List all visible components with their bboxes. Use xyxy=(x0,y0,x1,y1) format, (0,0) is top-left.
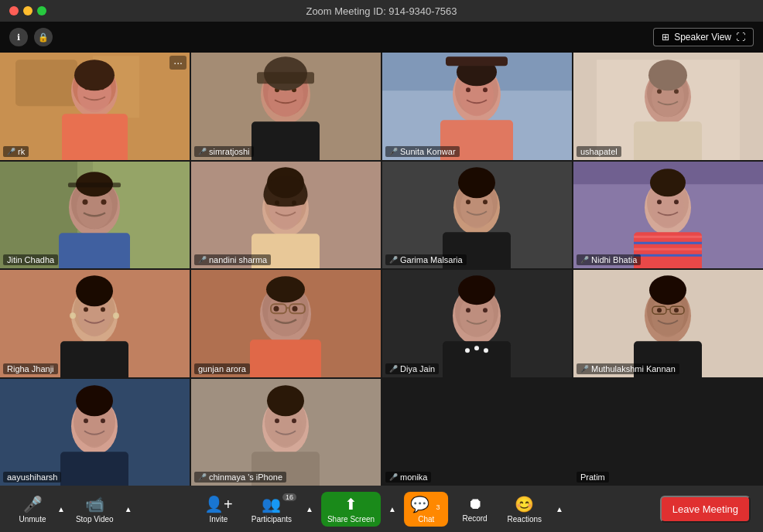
meeting-title: Zoom Meeting ID: 914-9340-7563 xyxy=(306,5,457,17)
svg-point-74 xyxy=(650,169,686,196)
chat-icon: 💬 3 xyxy=(410,495,443,513)
info-icon[interactable]: ℹ xyxy=(9,28,28,46)
svg-rect-34 xyxy=(634,121,702,159)
tile-options-rk[interactable]: ··· xyxy=(169,56,186,70)
toolbar: 🎤 Unmute ▲ 📹 Stop Video ▲ 👤+ Invite 👥 Pa… xyxy=(0,486,763,532)
participant-count-badge: 16 xyxy=(282,493,296,501)
mute-icon-simratjoshi: 🎤 xyxy=(198,148,207,155)
name-aayushi: aayushiharsh xyxy=(3,472,61,483)
mute-icon-nandini: 🎤 xyxy=(198,256,207,264)
toolbar-center: 👤+ Invite 👥 Participants 16 ▲ ⬆ Share Sc… xyxy=(198,492,565,527)
tile-monika: monika 🎤 monika xyxy=(382,379,572,486)
svg-point-64 xyxy=(483,200,488,204)
name-jitin: Jitin Chadha xyxy=(3,254,58,265)
svg-rect-44 xyxy=(59,233,130,268)
participants-button[interactable]: 👥 Participants 16 xyxy=(245,492,298,527)
tile-aayushi: aayushiharsh xyxy=(0,379,190,486)
svg-point-65 xyxy=(458,167,495,198)
svg-point-87 xyxy=(70,312,76,319)
svg-point-9 xyxy=(74,60,115,90)
svg-point-117 xyxy=(674,308,679,312)
tile-sunita: 🎤 Sunita Konwar xyxy=(382,53,572,160)
svg-point-129 xyxy=(76,385,113,416)
svg-point-108 xyxy=(465,348,470,353)
share-screen-button[interactable]: ⬆ Share Screen xyxy=(321,492,381,527)
record-button[interactable]: ⏺ Record xyxy=(455,492,495,526)
svg-point-95 xyxy=(293,306,298,312)
leave-meeting-button[interactable]: Leave Meeting xyxy=(660,496,751,523)
reactions-button[interactable]: 😊 Reactions xyxy=(501,492,548,527)
fullscreen-button[interactable] xyxy=(37,6,46,15)
reactions-label: Reactions xyxy=(508,515,542,523)
tile-nidhi: 🎤 Nidhi Bhatia xyxy=(573,162,763,269)
name-righa: Righa Jhanji xyxy=(3,363,58,374)
toolbar-left: 🎤 Unmute ▲ 📹 Stop Video ▲ xyxy=(12,492,134,527)
grid-icon: ⊞ xyxy=(662,32,669,43)
title-bar: Zoom Meeting ID: 914-9340-7563 xyxy=(0,0,763,22)
name-diya: 🎤 Diya Jain xyxy=(385,363,439,374)
svg-point-128 xyxy=(101,418,105,423)
tile-gunjan: gunjan arora xyxy=(191,270,381,377)
share-chevron[interactable]: ▲ xyxy=(387,503,398,515)
svg-point-36 xyxy=(657,89,662,94)
svg-point-86 xyxy=(76,275,113,306)
share-screen-icon: ⬆ xyxy=(344,495,358,513)
tile-simratjoshi: 🎤 simratjoshi xyxy=(191,53,381,160)
tile-pratim: Pratim Pratim xyxy=(573,379,763,486)
chat-button[interactable]: 💬 3 Chat xyxy=(404,492,449,527)
svg-point-72 xyxy=(657,200,662,204)
participants-icon: 👥 xyxy=(262,495,281,513)
svg-rect-82 xyxy=(60,341,128,377)
svg-point-136 xyxy=(292,418,296,423)
name-pratim: Pratim xyxy=(577,472,609,483)
chat-label: Chat xyxy=(418,515,434,523)
mute-icon-sunita: 🎤 xyxy=(389,148,398,155)
tile-righa: Righa Jhanji xyxy=(0,270,190,377)
name-nandini: 🎤 nandini sharma xyxy=(194,254,271,265)
svg-point-37 xyxy=(674,89,679,94)
tile-chinmaya: 🎤 chinmaya 's iPhone xyxy=(191,379,381,486)
tile-garima: 🎤 Garima Malsaria xyxy=(382,162,572,269)
mute-icon-diya: 🎤 xyxy=(389,365,398,373)
lock-icon[interactable]: 🔒 xyxy=(34,28,53,46)
svg-rect-49 xyxy=(68,182,121,187)
stop-video-label: Stop Video xyxy=(76,515,114,523)
tile-diya: 🎤 Diya Jain xyxy=(382,270,572,377)
stop-video-button[interactable]: 📹 Stop Video xyxy=(70,492,120,527)
reactions-chevron[interactable]: ▲ xyxy=(554,503,565,515)
name-muthulakshmi: 🎤 Muthulakshmi Kannan xyxy=(577,363,679,374)
top-left-icons: ℹ 🔒 xyxy=(9,28,53,46)
svg-point-46 xyxy=(83,199,88,204)
mute-icon-monika: 🎤 xyxy=(389,473,398,481)
minimize-button[interactable] xyxy=(23,6,33,15)
name-gunjan: gunjan arora xyxy=(194,363,250,374)
svg-point-105 xyxy=(466,308,470,312)
invite-button[interactable]: 👤+ Invite xyxy=(198,492,239,527)
svg-rect-14 xyxy=(251,121,320,159)
video-chevron[interactable]: ▲ xyxy=(123,503,134,515)
name-garima: 🎤 Garima Malsaria xyxy=(385,254,467,265)
svg-point-127 xyxy=(84,418,88,423)
mute-button[interactable]: 🎤 Unmute xyxy=(12,492,53,527)
svg-point-94 xyxy=(274,306,279,312)
svg-point-137 xyxy=(267,385,304,416)
mute-chevron[interactable]: ▲ xyxy=(56,503,67,515)
participants-chevron[interactable]: ▲ xyxy=(304,503,315,515)
speaker-view-label: Speaker View xyxy=(674,32,731,43)
close-button[interactable] xyxy=(9,6,19,15)
svg-point-110 xyxy=(484,348,488,353)
svg-point-63 xyxy=(466,200,470,204)
top-overlay: ℹ 🔒 ⊞ Speaker View ⛶ xyxy=(0,22,763,53)
share-screen-label: Share Screen xyxy=(327,515,375,523)
mute-label: Unmute xyxy=(19,515,46,523)
speaker-view-button[interactable]: ⊞ Speaker View ⛶ xyxy=(653,28,754,46)
reactions-icon: 😊 xyxy=(515,495,534,513)
toolbar-right: Leave Meeting xyxy=(660,496,751,523)
mute-icon-garima: 🎤 xyxy=(389,256,398,264)
participants-label: Participants xyxy=(251,515,292,523)
video-grid: ··· 🎤 rk 🎤 simratjoshi xyxy=(0,53,763,486)
tile-muthulakshmi: 🎤 Muthulakshmi Kannan xyxy=(573,270,763,377)
svg-rect-29 xyxy=(446,56,508,66)
video-icon: 📹 xyxy=(85,495,104,513)
svg-point-96 xyxy=(266,276,305,302)
